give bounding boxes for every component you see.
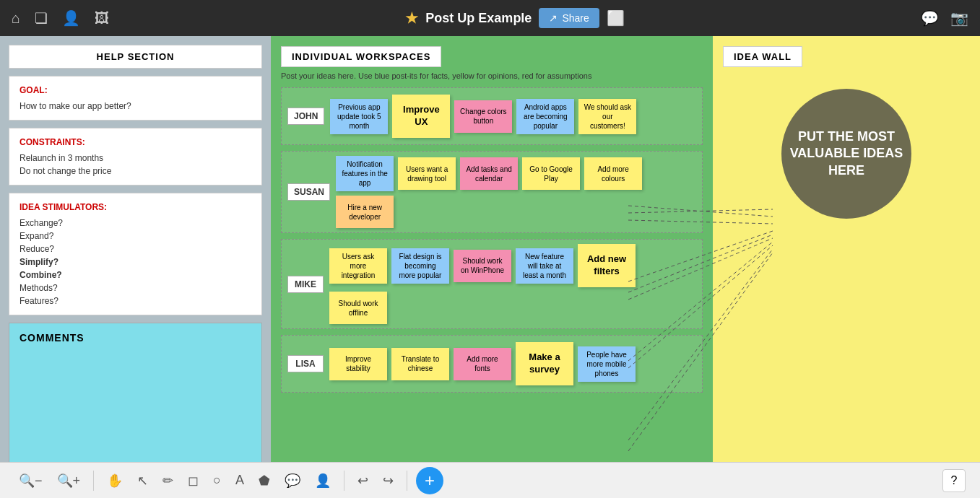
note[interactable]: We should ask our customers! [578,99,636,134]
home-icon[interactable]: ⌂ [12,10,20,27]
constraints-text: Relaunch in 3 monthsDo not change the pr… [19,152,251,178]
goal-text: How to make our app better? [19,100,251,113]
users-icon[interactable]: 👤 [62,9,80,27]
note[interactable]: People have more mobile phones [578,346,636,382]
left-panel: HELP SECTION GOAL: How to make our app b… [0,36,271,498]
note[interactable]: New feature will take at least a month [516,248,573,284]
layers-icon[interactable]: ❏ [35,9,48,27]
add-button[interactable]: + [416,467,443,494]
user-row-lisa: LISA Improve stability Translate to chin… [281,335,703,393]
user-row-john: JOHN Previous app update took 5 month Im… [281,87,703,145]
note[interactable]: Improve stability [329,348,387,380]
note[interactable]: Add more fonts [454,348,511,380]
hand-tool-button[interactable]: ✋ [103,470,127,492]
topbar-center: ★ Post Up Example ↗ Share ⬜ [405,8,624,28]
present-icon[interactable]: ⬜ [607,9,625,27]
notes-john: Previous app update took 5 month Improve… [330,95,636,138]
comment-tool-button[interactable]: 💬 [280,470,305,492]
polygon-tool-button[interactable]: ⬟ [254,470,274,492]
stimulator-item: Reduce? [19,243,251,255]
goal-label: GOAL: [19,84,251,97]
page-title: Post Up Example [425,11,532,26]
workspace-header: INDIVIDUAL WORKSPACES [281,46,441,67]
idea-circle: PUT THE MOST VALUABLE IDEAS HERE [781,89,911,219]
note[interactable]: Go to Google Play [522,157,580,190]
topbar: ⌂ ❏ 👤 🖼 ★ Post Up Example ↗ Share ⬜ 💬 📷 [0,0,980,36]
user-label-mike: MIKE [287,276,324,293]
stimulators-label: IDEA STIMULATORS: [19,201,251,214]
center-panel: INDIVIDUAL WORKSPACES Post your ideas he… [271,36,713,498]
person-tool-button[interactable]: 👤 [311,470,335,492]
zoom-out-button[interactable]: 🔍− [14,470,47,492]
pen-tool-button[interactable]: ✏ [158,470,178,492]
main-content: HELP SECTION GOAL: How to make our app b… [0,36,980,498]
video-icon[interactable]: 📷 [950,9,968,27]
note[interactable]: Should work on WinPhone [454,250,511,282]
user-row-susan: SUSAN Notification features in the app U… [281,151,703,233]
note[interactable]: Add more colours [584,157,642,190]
note[interactable]: Translate to chinese [391,348,449,380]
stimulators-card: IDEA STIMULATORS: Exchange? Expand? Redu… [9,193,262,315]
toolbar-separator [93,471,94,491]
note[interactable]: Android apps are becoming popular [516,99,574,134]
help-section-header: HELP SECTION [9,45,262,69]
stimulators-list: Exchange? Expand? Reduce? Simplify? Comb… [19,217,251,307]
comments-label: COMMENTS [19,332,84,344]
note[interactable]: Users want a drawing tool [398,157,456,190]
note[interactable]: Change colors button [454,100,512,133]
bottom-toolbar: 🔍− 🔍+ ✋ ↖ ✏ ◻ ○ A ⬟ 💬 👤 ↩ ↪ + ? [0,462,980,498]
note[interactable]: Notification features in the app [336,156,394,191]
note[interactable]: Add new filters [578,244,636,287]
eraser-tool-button[interactable]: ◻ [183,470,203,492]
stimulator-item: Exchange? [19,217,251,230]
workspace-subtitle: Post your ideas here. Use blue post-its … [281,71,703,80]
right-panel: IDEA WALL PUT THE MOST VALUABLE IDEAS HE… [713,36,980,498]
image-icon[interactable]: 🖼 [95,10,109,27]
constraints-label: CONSTRAINTS: [19,136,251,149]
star-icon[interactable]: ★ [405,9,418,27]
chat-icon[interactable]: 💬 [921,9,939,27]
stimulator-item: Simplify? [19,255,251,268]
share-icon: ↗ [549,12,558,24]
note[interactable]: Add tasks and calendar [460,157,518,190]
topbar-right: 💬 📷 [921,9,968,27]
stimulator-item: Methods? [19,281,251,294]
constraints-card: CONSTRAINTS: Relaunch in 3 monthsDo not … [9,128,262,185]
note[interactable]: Improve UX [392,95,450,138]
stimulator-item: Expand? [19,230,251,243]
stimulator-item: Combine? [19,268,251,281]
share-button[interactable]: ↗ Share [539,8,599,28]
help-button[interactable]: ? [942,469,966,492]
note[interactable]: Users ask more integration [329,248,387,284]
note[interactable]: Hire a new developer [336,196,394,228]
user-label-lisa: LISA [287,355,324,372]
user-label-john: JOHN [287,108,324,125]
topbar-left: ⌂ ❏ 👤 🖼 [12,9,109,27]
note[interactable]: Flat design is becoming more popular [391,248,449,284]
notes-susan: Notification features in the app Users w… [336,156,696,228]
note[interactable]: Should work offline [329,292,387,324]
zoom-in-button[interactable]: 🔍+ [53,470,85,492]
select-tool-button[interactable]: ↖ [133,470,152,492]
goal-card: GOAL: How to make our app better? [9,76,262,121]
undo-button[interactable]: ↩ [353,470,373,492]
shape-circle-button[interactable]: ○ [209,470,225,491]
idea-wall-header: IDEA WALL [723,46,802,67]
text-tool-button[interactable]: A [231,470,248,491]
notes-lisa: Improve stability Translate to chinese A… [329,342,636,385]
note[interactable]: Previous app update took 5 month [330,99,388,134]
stimulator-item: Features? [19,294,251,307]
note[interactable]: Make a survey [516,342,573,385]
notes-mike: Users ask more integration Flat design i… [329,244,696,324]
toolbar-separator-2 [344,471,344,491]
toolbar-separator-3 [407,471,407,491]
user-row-mike: MIKE Users ask more integration Flat des… [281,239,703,329]
user-label-susan: SUSAN [287,183,330,201]
redo-button[interactable]: ↪ [378,470,398,492]
